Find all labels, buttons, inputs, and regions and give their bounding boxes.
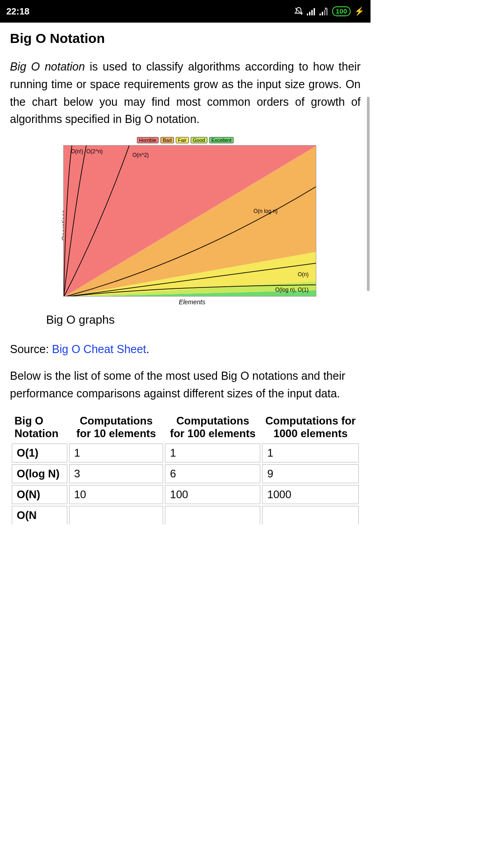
legend-bad: Bad	[160, 137, 174, 143]
intro-paragraph: Big O notation is used to classify algor…	[10, 58, 361, 128]
complexity-chart: Horrible Bad Fair Good Excellent Operati…	[50, 137, 321, 306]
scrollbar[interactable]	[367, 97, 370, 291]
page-content: Big O Notation Big O notation is used to…	[0, 23, 371, 526]
legend-fair: Fair	[176, 137, 189, 143]
legend-horrible: Horrible	[137, 137, 159, 143]
chart-caption: Big O graphs	[46, 313, 361, 327]
cell-notation: O(log N)	[12, 464, 67, 483]
signal-roaming-icon: R	[319, 7, 328, 15]
svg-rect-4	[314, 8, 315, 15]
cell-value: 3	[69, 464, 163, 483]
svg-rect-1	[307, 14, 308, 15]
th-1000: Computations for 1000 elements	[262, 413, 359, 442]
signal-icon	[307, 7, 316, 15]
cell-value	[262, 506, 359, 524]
chart-svg	[64, 146, 316, 297]
plot-area: O(n!) O(2^n) O(n^2) O(n log n) O(n) O(lo…	[63, 145, 316, 297]
label-exp: O(2^n)	[86, 148, 103, 155]
label-n: O(n)	[298, 271, 309, 278]
svg-rect-7	[322, 12, 323, 15]
cell-value: 1	[165, 443, 260, 462]
cell-value: 1	[69, 443, 163, 462]
cell-value	[165, 506, 260, 524]
table-row: O(1)111	[12, 443, 359, 462]
cell-notation: O(N	[12, 506, 67, 524]
label-nfact: O(n!)	[71, 148, 83, 155]
svg-rect-6	[319, 14, 321, 15]
battery-indicator: 100	[332, 6, 351, 16]
th-10: Computations for 10 elements	[69, 413, 163, 442]
cell-value: 6	[165, 464, 260, 483]
alarm-off-icon	[294, 7, 303, 16]
table-row: O(N	[12, 506, 359, 524]
cell-value: 10	[69, 485, 163, 504]
svg-rect-9	[326, 8, 328, 15]
chart-legend: Horrible Bad Fair Good Excellent	[50, 137, 321, 143]
complexity-table: Big O Notation Computations for 10 eleme…	[10, 411, 361, 526]
cell-value: 9	[262, 464, 359, 483]
cell-value: 1	[262, 443, 359, 462]
charging-icon: ⚡	[354, 6, 364, 16]
status-bar: 22:18 R 100 ⚡	[0, 0, 371, 23]
legend-excellent: Excellent	[209, 137, 234, 143]
x-axis-label: Elements	[63, 298, 321, 306]
cell-notation: O(1)	[12, 443, 67, 462]
label-logn: O(log n), O(1)	[275, 287, 309, 293]
status-right: R 100 ⚡	[294, 6, 364, 16]
source-prefix: Source:	[10, 343, 52, 355]
source-suffix: .	[146, 343, 150, 355]
svg-rect-2	[309, 12, 310, 15]
cell-value: 1000	[262, 485, 359, 504]
svg-rect-8	[324, 10, 325, 15]
source-line: Source: Big O Cheat Sheet.	[10, 340, 361, 358]
svg-rect-3	[311, 10, 313, 15]
legend-good: Good	[191, 137, 207, 143]
label-nlogn: O(n log n)	[253, 208, 277, 214]
cell-notation: O(N)	[12, 485, 67, 504]
page-title: Big O Notation	[10, 31, 361, 46]
table-header-row: Big O Notation Computations for 10 eleme…	[12, 413, 359, 442]
cell-value: 100	[165, 485, 260, 504]
source-link[interactable]: Big O Cheat Sheet	[52, 343, 146, 355]
cell-value	[69, 506, 163, 524]
table-row: O(log N)369	[12, 464, 359, 483]
status-time: 22:18	[6, 6, 29, 17]
intro-lead: Big O notation	[10, 60, 85, 73]
th-notation: Big O Notation	[12, 413, 67, 442]
below-paragraph: Below is the list of some of the most us…	[10, 367, 361, 402]
th-100: Computations for 100 elements	[165, 413, 260, 442]
label-sq: O(n^2)	[132, 152, 149, 158]
table-row: O(N)101001000	[12, 485, 359, 504]
